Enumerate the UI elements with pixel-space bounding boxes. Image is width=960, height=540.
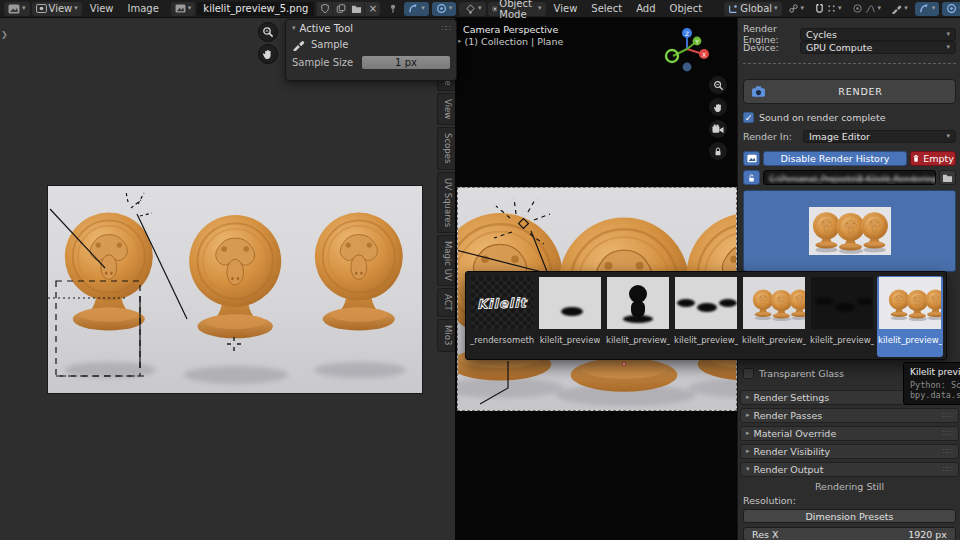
render-engine-dropdown[interactable]: Cycles ▾ — [800, 28, 956, 41]
thumbnail-image — [539, 277, 601, 329]
tab-magic-uv[interactable]: Magic UV — [437, 235, 455, 287]
sample-size-label: Sample Size — [292, 57, 353, 68]
proportional-edit-button[interactable]: ▾ — [432, 2, 457, 16]
render-preview-busts — [48, 186, 423, 394]
render-in-dropdown[interactable]: Image Editor ▾ — [803, 130, 956, 143]
grip-dots-icon[interactable]: ∷∷ — [442, 24, 450, 33]
editor-type-button[interactable]: ▾ — [4, 2, 30, 16]
pivot-point-button[interactable]: ▾ — [784, 2, 809, 16]
menu-select[interactable]: Select — [585, 2, 628, 16]
duplicate-icon[interactable] — [332, 2, 348, 16]
thumbnail-kilelit-preview[interactable]: kilelit_preview — [537, 276, 603, 357]
sound-on-render-checkbox[interactable]: ✓ — [743, 112, 754, 123]
proportional-edit-button[interactable]: ▾ — [942, 2, 960, 16]
output-path-field[interactable]: C:\Personal_Projects\B Kilelit_Rendering… — [763, 170, 936, 185]
chevron-down-icon: ▾ — [946, 31, 950, 38]
folder-icon[interactable] — [939, 170, 956, 185]
thumbnail-kilelit-preview-1[interactable]: kilelit_preview_1 — [605, 276, 671, 357]
viewport-editor-icon — [465, 4, 476, 14]
menu-view[interactable]: View — [84, 2, 120, 16]
editor-type-button[interactable]: ▾ — [461, 2, 486, 16]
chevron-down-icon: ▾ — [449, 5, 453, 12]
render-history-preview[interactable] — [743, 190, 956, 272]
menu-object[interactable]: Object — [664, 2, 709, 16]
chevron-down-icon: ▾ — [74, 5, 78, 12]
tab-uv-squares[interactable]: UV Squares — [437, 172, 455, 233]
panel-render-passes[interactable]: ▸ Render Passes ∷∷ — [740, 408, 959, 423]
grip-dots-icon: ∷∷ — [943, 465, 953, 474]
empty-button[interactable]: Empty — [910, 151, 956, 166]
thumbnail-kilelit-preview-2[interactable]: kilelit_preview_2 — [673, 276, 739, 357]
unlink-icon[interactable]: × — [364, 2, 380, 16]
chevron-down-icon: ▾ — [774, 5, 778, 12]
tab-view[interactable]: View — [437, 93, 455, 125]
proportional-editing-button[interactable]: ▾ — [848, 2, 886, 16]
pin-icon[interactable] — [384, 2, 402, 16]
tool-name-label: Sample — [311, 39, 349, 50]
region-corner-icon[interactable]: ❯ — [1, 30, 8, 39]
chevron-down-icon: ▾ — [22, 5, 26, 12]
rendered-image-canvas[interactable] — [47, 185, 423, 394]
lock-view-button[interactable] — [709, 142, 727, 160]
disable-render-history-button[interactable]: Disable Render History — [763, 151, 907, 166]
thumbnail-rendersomething[interactable]: Kilelit _rendersomething — [469, 276, 535, 357]
editor-mode-dropdown[interactable]: View ▾ — [32, 2, 82, 16]
transform-orientation-dropdown[interactable]: Global ▾ — [724, 2, 781, 16]
view-mode-icon — [36, 4, 47, 13]
panel-material-override[interactable]: ▸ Material Override ∷∷ — [740, 426, 959, 441]
camera-view-button[interactable] — [709, 120, 727, 138]
snap-toggle-button[interactable]: ▾ — [404, 2, 429, 16]
eyedropper-button[interactable]: ▾ — [887, 2, 912, 16]
device-label: Device: — [743, 42, 800, 53]
transparent-glass-checkbox[interactable]: ✓ — [743, 368, 754, 379]
tab-act[interactable]: ACT — [437, 288, 455, 317]
menu-view[interactable]: View — [548, 2, 584, 16]
tab-scopes[interactable]: Scopes — [437, 127, 455, 169]
render-button[interactable]: RENDER — [743, 79, 956, 104]
panel-render-output[interactable]: ▾ Render Output ∷∷ — [740, 462, 959, 477]
zoom-button[interactable] — [709, 76, 727, 94]
thumbnail-image — [675, 277, 737, 329]
snapping-button[interactable]: ▾ — [810, 2, 846, 16]
dimension-presets-button[interactable]: Dimension Presets — [743, 509, 956, 523]
zoom-tool-button[interactable] — [258, 22, 278, 42]
render-in-label: Render In: — [743, 131, 803, 142]
tab-mio3[interactable]: Mio3 — [437, 319, 455, 351]
navigation-gizmo[interactable]: Z Y X — [663, 25, 715, 73]
proportional-circle-icon — [852, 3, 863, 14]
object-mode-icon — [492, 4, 498, 14]
chevron-down-icon: ▾ — [904, 5, 908, 12]
pan-tool-button[interactable] — [258, 44, 278, 64]
render-result-icon[interactable] — [743, 151, 760, 166]
view-name-overlay: Camera Perspective — [463, 24, 558, 35]
thumbnail-kilelit-preview-3[interactable]: kilelit_preview_3 — [741, 276, 807, 357]
unlock-icon[interactable] — [743, 170, 760, 185]
image-editor-area[interactable]: ❯ — [0, 18, 455, 540]
viewport-side-controls — [709, 76, 727, 160]
menu-add[interactable]: Add — [630, 2, 661, 16]
svg-text:Y: Y — [694, 38, 699, 45]
folder-icon[interactable] — [348, 2, 364, 16]
tooltip: Kilelit previews: Python: Scen bpy.data.… — [903, 362, 960, 405]
snap-target-grid-icon — [827, 4, 836, 13]
gizmo-z-neg-axis[interactable] — [683, 63, 692, 72]
shield-icon[interactable] — [316, 2, 332, 16]
thumbnail-kilelit-preview-5[interactable]: kilelit_preview_5 — [877, 276, 943, 357]
menu-image[interactable]: Image — [122, 2, 165, 16]
chevron-down-icon: ▾ — [538, 5, 542, 12]
cursor-crosshair-icon — [227, 337, 241, 351]
image-name-field[interactable]: kilelit_preview_5.png — [197, 2, 314, 16]
panel-expand-icon[interactable]: ▾ — [292, 25, 296, 32]
sample-size-value[interactable]: 1 px — [362, 56, 450, 69]
mode-dropdown[interactable]: Object Mode ▾ — [488, 2, 546, 16]
image-datablock-button[interactable]: ▾ — [171, 2, 196, 16]
gizmo-y-neg-axis[interactable] — [666, 50, 678, 62]
pan-button[interactable] — [709, 98, 727, 116]
device-dropdown[interactable]: GPU Compute ▾ — [800, 41, 956, 54]
thumbnail-kilelit-preview-4[interactable]: kilelit_preview_4 — [809, 276, 875, 357]
res-x-slider[interactable]: Res X 1920 px — [743, 527, 956, 540]
snap-toggle-button[interactable]: ▾ — [915, 2, 940, 16]
thumbnail-image — [879, 277, 941, 329]
image-icon — [175, 4, 186, 13]
panel-render-visibility[interactable]: ▸ Render Visibility ∷∷ — [740, 444, 959, 459]
